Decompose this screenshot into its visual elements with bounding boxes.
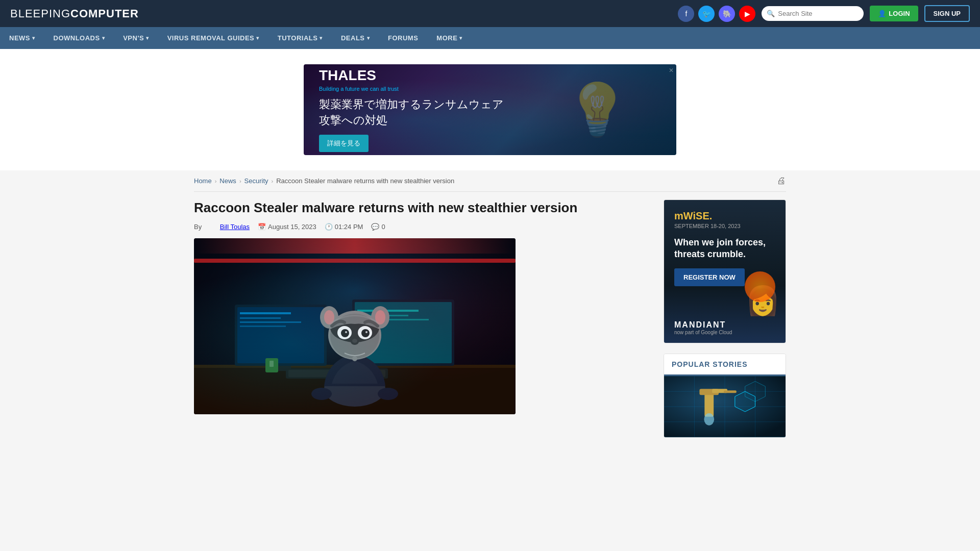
author-prefix: By	[194, 223, 202, 231]
popular-stories: POPULAR STORIES	[664, 354, 786, 438]
nav-downloads-label: DOWNLOADS	[54, 34, 100, 42]
nav-deals[interactable]: DEALS ▾	[332, 27, 379, 49]
breadcrumb-sep1: ›	[215, 178, 217, 184]
login-label: LOGIN	[889, 10, 910, 17]
thales-tagline: Building a future we can all trust	[319, 86, 504, 92]
nav-tutorials-label: TUTORIALS	[278, 34, 318, 42]
nav-news-arrow: ▾	[32, 35, 35, 41]
twitter-icon[interactable]: 🐦	[698, 6, 715, 22]
header-right: f 🐦 🐘 ▶ 🔍 👤 LOGIN SIGN UP	[678, 5, 970, 22]
tagline-normal: Building a future	[319, 86, 361, 92]
logo-bold: COMPUTER	[70, 7, 139, 20]
nav-news-label: NEWS	[9, 34, 30, 42]
clock-icon: 🕐	[325, 223, 333, 231]
article-meta: By Bill Toulas 📅 August 15, 2023 🕐 01:24…	[194, 223, 651, 231]
breadcrumb-news[interactable]: News	[219, 177, 236, 185]
search-icon: 🔍	[767, 10, 775, 17]
nav-vpns-arrow: ▾	[146, 35, 149, 41]
nav-downloads[interactable]: DOWNLOADS ▾	[44, 27, 114, 49]
signup-label: SIGN UP	[934, 10, 961, 17]
breadcrumb-sep2: ›	[239, 178, 241, 184]
nav-deals-arrow: ▾	[367, 35, 370, 41]
mwise-tagline: When we join forces, threats crumble.	[674, 237, 775, 261]
comment-icon: 💬	[371, 223, 379, 231]
mandiant-logo: MANDIANT	[674, 320, 775, 330]
user-icon: 👤	[878, 10, 886, 17]
search-bar: 🔍	[762, 6, 864, 21]
site-header: BLEEPINGCOMPUTER f 🐦 🐘 ▶ 🔍 👤 LOGIN SIGN …	[0, 0, 980, 27]
svg-rect-50	[724, 390, 737, 393]
author-link[interactable]: Bill Toulas	[220, 223, 250, 231]
breadcrumb: Home › News › Security › Raccoon Stealer…	[194, 177, 454, 185]
nav-tutorials[interactable]: TUTORIALS ▾	[268, 27, 332, 49]
article-image	[194, 238, 516, 414]
social-icons: f 🐦 🐘 ▶	[678, 6, 755, 22]
comment-count: 0	[381, 223, 385, 231]
mandiant-footer: MANDIANT now part of Google Cloud	[674, 320, 775, 335]
svg-point-51	[704, 413, 714, 425]
mandiant-sub: now part of Google Cloud	[674, 330, 775, 335]
nav-virus-removal[interactable]: VIRUS REMOVAL GUIDES ▾	[158, 27, 268, 49]
nav-more-label: MORE	[436, 34, 457, 42]
mwise-date: SEPTEMBER 18-20, 2023	[674, 223, 775, 229]
nav-more[interactable]: MORE ▾	[427, 27, 472, 49]
popular-story-image[interactable]	[664, 376, 786, 437]
facebook-icon[interactable]: f	[678, 6, 694, 22]
thales-logo: THALES	[319, 67, 504, 84]
calendar-icon: 📅	[258, 223, 266, 231]
orange-blob-decoration	[745, 271, 775, 302]
nav-forums-label: FORUMS	[388, 34, 418, 42]
thales-cta-button[interactable]: 詳細を見る	[319, 135, 369, 152]
jp-line2: 攻撃への対処	[319, 113, 504, 129]
mwise-register-button[interactable]: REGISTER NOW	[674, 268, 745, 286]
breadcrumb-home[interactable]: Home	[194, 177, 212, 185]
ad-banner: ✕ THALES Building a future we can all tr…	[304, 64, 676, 155]
content-area: Raccoon Stealer malware returns with new…	[184, 199, 796, 453]
nav-news[interactable]: NEWS ▾	[0, 27, 44, 49]
nav-downloads-arrow: ▾	[102, 35, 105, 41]
main-wrapper: Home › News › Security › Raccoon Stealer…	[184, 170, 796, 192]
search-input[interactable]	[762, 6, 864, 21]
nav-virus-removal-arrow: ▾	[256, 35, 259, 41]
ad-banner-right: 💡	[523, 64, 676, 155]
jp-line1: 製薬業界で増加するランサムウェア	[319, 97, 504, 113]
breadcrumb-security[interactable]: Security	[244, 177, 268, 185]
nav-virus-removal-label: VIRUS REMOVAL GUIDES	[167, 34, 255, 42]
popular-stories-title: POPULAR STORIES	[672, 360, 778, 368]
sidebar: mWiSE. SEPTEMBER 18-20, 2023 When we joi…	[664, 199, 786, 438]
comments-meta: 💬 0	[371, 223, 385, 231]
mwise-logo-text: mWiSE	[674, 210, 709, 221]
nav-vpns-label: VPN'S	[123, 34, 144, 42]
mwise-logo: mWiSE.	[674, 210, 775, 222]
popular-story-thumbnail	[664, 376, 786, 437]
svg-rect-47	[704, 391, 714, 417]
bg-screens	[194, 238, 516, 414]
logo-light: BLEEPING	[10, 7, 70, 20]
article-time: 01:24 PM	[335, 223, 363, 231]
date-meta: 📅 August 15, 2023	[258, 223, 316, 231]
nav-deals-label: DEALS	[341, 34, 365, 42]
sidebar-ad-inner: mWiSE. SEPTEMBER 18-20, 2023 When we joi…	[664, 200, 786, 343]
site-logo[interactable]: BLEEPINGCOMPUTER	[10, 7, 139, 20]
nav-forums[interactable]: FORUMS	[379, 27, 427, 49]
nav-tutorials-arrow: ▾	[320, 35, 323, 41]
nav-vpns[interactable]: VPN'S ▾	[114, 27, 158, 49]
breadcrumb-sep3: ›	[272, 178, 274, 184]
youtube-icon[interactable]: ▶	[739, 6, 755, 22]
main-nav: NEWS ▾ DOWNLOADS ▾ VPN'S ▾ VIRUS REMOVAL…	[0, 27, 980, 49]
popular-stories-header: POPULAR STORIES	[664, 354, 786, 376]
ad-content: THALES Building a future we can all trus…	[304, 64, 519, 155]
time-meta: 🕐 01:24 PM	[325, 223, 363, 231]
mastodon-icon[interactable]: 🐘	[719, 6, 735, 22]
ad-jp-text: 製薬業界で増加するランサムウェア 攻撃への対処	[319, 97, 504, 129]
sidebar-ad: mWiSE. SEPTEMBER 18-20, 2023 When we joi…	[664, 199, 786, 343]
signup-button[interactable]: SIGN UP	[924, 5, 970, 22]
breadcrumb-row: Home › News › Security › Raccoon Stealer…	[194, 170, 786, 192]
tagline-highlight: we can all trust	[361, 86, 399, 92]
login-button[interactable]: 👤 LOGIN	[870, 6, 918, 21]
nav-more-arrow: ▾	[459, 35, 462, 41]
mwise-accent: .	[709, 210, 713, 221]
article-main: Raccoon Stealer malware returns with new…	[194, 199, 651, 438]
breadcrumb-current: Raccoon Stealer malware returns with new…	[276, 177, 454, 185]
print-icon[interactable]: 🖨	[777, 176, 786, 186]
